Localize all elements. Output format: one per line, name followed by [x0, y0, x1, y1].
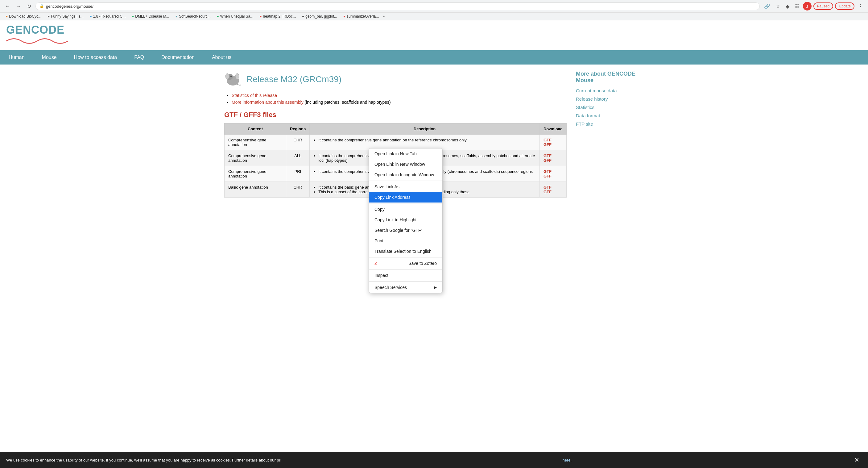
context-menu-label: Copy Link Address: [374, 195, 410, 200]
context-menu-label: Open Link in Incognito Window: [374, 172, 434, 177]
page-content: GENCODE Human Mouse How to access data F…: [0, 20, 868, 204]
context-menu-label: Open Link in New Tab: [374, 151, 417, 156]
context-menu-label: Open Link in New Window: [374, 162, 425, 167]
context-menu-divider: [369, 203, 442, 203]
context-menu-divider: [369, 181, 442, 181]
context-menu-item-0[interactable]: Open Link in New Tab: [369, 148, 442, 159]
context-menu-item-4[interactable]: Save Link As...: [369, 181, 442, 192]
context-menu-overlay[interactable]: Open Link in New TabOpen Link in New Win…: [0, 0, 868, 204]
context-menu-item-2[interactable]: Open Link in Incognito Window: [369, 170, 442, 180]
context-menu-item-5[interactable]: Copy Link Address: [369, 192, 442, 203]
context-menu: Open Link in New TabOpen Link in New Win…: [369, 148, 443, 204]
context-menu-item-1[interactable]: Open Link in New Window: [369, 159, 442, 170]
context-menu-label: Save Link As...: [374, 184, 403, 189]
